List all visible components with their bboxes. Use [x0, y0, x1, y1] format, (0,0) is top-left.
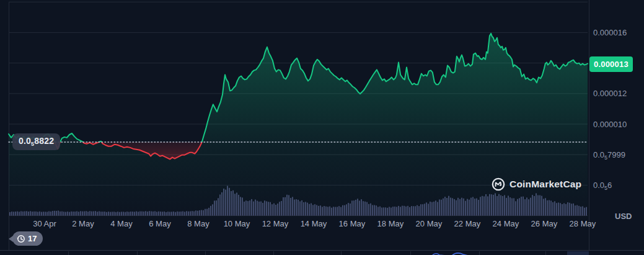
- watermark-brand-text: CoinMarketCap: [509, 179, 581, 190]
- x-axis-label: 2 May: [72, 219, 94, 228]
- y-axis-label: 0.000016: [593, 27, 627, 38]
- x-axis-label: 24 May: [493, 219, 519, 228]
- table-column-divider: [273, 251, 274, 255]
- current-price-badge: 0.000013: [589, 56, 633, 72]
- x-axis-label: 18 May: [377, 219, 404, 228]
- table-column-divider: [545, 251, 546, 255]
- y-axis-label: 0.056: [593, 180, 612, 190]
- table-column-divider: [479, 251, 480, 255]
- previous-close-badge: 0.058822: [12, 133, 60, 150]
- table-column-divider: [341, 251, 342, 255]
- table-column-divider: [205, 251, 206, 255]
- x-axis-label: 26 May: [531, 219, 558, 228]
- x-axis-label: 10 May: [224, 219, 250, 228]
- table-cell-highlight[interactable]: [567, 251, 589, 255]
- y-axis-label: 0.000012: [593, 88, 627, 99]
- mini-sparkline: [431, 251, 473, 255]
- table-column-divider: [137, 251, 138, 255]
- table-row-top-edge[interactable]: [0, 250, 644, 255]
- y-axis-label: 0.057999: [593, 150, 625, 160]
- x-axis-label: 20 May: [416, 219, 443, 228]
- coinmarketcap-logo-icon: [492, 177, 505, 191]
- history-clock-icon: [17, 235, 25, 243]
- x-axis-label: 4 May: [110, 219, 132, 228]
- table-column-divider: [410, 251, 411, 255]
- history-count: 17: [28, 234, 37, 243]
- price-chart-widget: 0.0000160.0000120.0000100.0579990.056 30…: [0, 0, 644, 255]
- x-axis-label: 12 May: [262, 219, 289, 228]
- x-axis-label: 8 May: [187, 219, 209, 228]
- table-column-divider: [68, 251, 69, 255]
- x-axis-label: 14 May: [301, 219, 327, 228]
- prev-close-decimals: 8822: [34, 136, 54, 146]
- pill-tail: [9, 236, 13, 242]
- coinmarketcap-watermark: CoinMarketCap: [492, 177, 581, 191]
- x-axis-label: 16 May: [339, 219, 366, 228]
- prev-close-value: 0.0: [19, 136, 31, 146]
- recently-viewed-pill[interactable]: 17: [12, 231, 43, 246]
- x-axis-label: 22 May: [454, 219, 481, 228]
- y-axis-label: 0.000010: [593, 119, 627, 130]
- currency-unit-label: USD: [615, 212, 632, 221]
- x-axis-label: 6 May: [149, 219, 170, 228]
- x-axis-label: 28 May: [570, 219, 596, 228]
- price-chart-canvas[interactable]: [0, 0, 644, 255]
- x-axis-label: 30 Apr: [33, 219, 56, 228]
